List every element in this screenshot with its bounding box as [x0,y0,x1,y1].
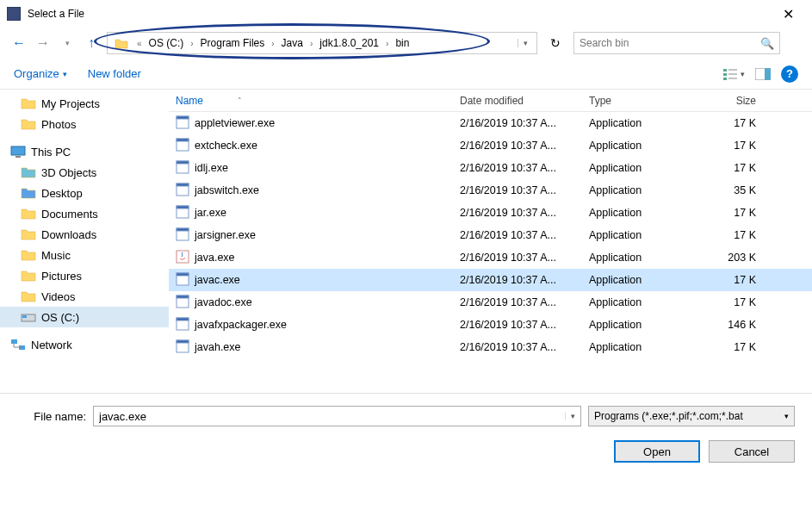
breadcrumb-item[interactable]: jdk1.8.0_201 [318,37,381,49]
up-button[interactable]: ↑ [83,34,100,52]
address-bar[interactable]: « OS (C:) › Program Files › Java › jdk1.… [107,32,537,54]
sidebar-this-pc[interactable]: This PC [0,141,169,162]
column-type[interactable]: Type [582,95,703,107]
search-icon: 🔍 [760,37,774,50]
file-row[interactable]: appletviewer.exe 2/16/2019 10:37 A... Ap… [169,112,812,134]
file-row[interactable]: extcheck.exe 2/16/2019 10:37 A... Applic… [169,134,812,157]
navbar: ← → ▾ ↑ « OS (C:) › Program Files › Java… [0,28,812,59]
search-box[interactable]: 🔍 [573,32,780,54]
file-row[interactable]: idlj.exe 2/16/2019 10:37 A... Applicatio… [169,157,812,179]
help-button[interactable]: ? [781,65,798,83]
sidebar-item-label: Pictures [41,270,82,283]
file-type: Application [582,140,703,152]
file-date: 2/16/2019 10:37 A... [453,184,582,196]
file-row[interactable]: javadoc.exe 2/16/2019 10:37 A... Applica… [169,291,812,314]
view-options-button[interactable]: ▾ [723,68,745,80]
breadcrumb-sep: « [132,39,147,48]
sidebar-item-label: Documents [41,208,98,221]
file-date: 2/16/2019 10:37 A... [453,252,582,264]
preview-pane-button[interactable] [755,68,771,80]
svg-rect-12 [11,339,17,344]
sidebar-item-label: Network [31,339,72,351]
search-input[interactable] [580,37,760,49]
breadcrumb-item[interactable]: bin [394,37,411,49]
filter-text: Programs (*.exe;*.pif;*.com;*.bat [594,410,743,422]
file-type: Application [582,274,703,286]
sidebar-item[interactable]: Downloads [0,224,169,245]
breadcrumb-item[interactable]: Program Files [199,37,267,49]
file-row[interactable]: jarsigner.exe 2/16/2019 10:37 A... Appli… [169,224,812,246]
file-size: 17 K [703,274,763,286]
file-size: 203 K [703,252,763,264]
sidebar-item[interactable]: Pictures [0,265,169,286]
chevron-right-icon: › [305,39,318,48]
file-date: 2/16/2019 10:37 A... [453,162,582,174]
file-type: Application [582,184,703,196]
sidebar-network[interactable]: Network [0,334,169,355]
cancel-button[interactable]: Cancel [709,440,795,463]
column-name[interactable]: Name˄ [169,95,453,107]
file-row[interactable]: javah.exe 2/16/2019 10:37 A... Applicati… [169,336,812,358]
svg-rect-2 [723,78,727,80]
sidebar-item[interactable]: Videos [0,286,169,307]
refresh-button[interactable]: ↻ [544,32,567,54]
file-row[interactable]: javac.exe 2/16/2019 10:37 A... Applicati… [169,269,812,291]
file-type: Application [582,341,703,353]
sidebar-item[interactable]: OS (C:) [0,307,169,327]
column-date[interactable]: Date modified [453,95,582,107]
back-button[interactable]: ← [10,34,28,52]
svg-rect-1 [723,73,727,76]
filename-combobox[interactable]: ▾ [93,406,581,426]
svg-rect-36 [177,340,189,343]
file-date: 2/16/2019 10:37 A... [453,319,582,331]
svg-rect-9 [15,156,21,158]
address-dropdown[interactable]: ▾ [518,39,533,47]
sidebar-item[interactable]: Documents [0,203,169,224]
file-date: 2/16/2019 10:37 A... [453,117,582,129]
sidebar-item-label: 3D Objects [41,166,96,179]
svg-rect-8 [11,146,25,155]
forward-button[interactable]: → [34,34,52,52]
sidebar-item[interactable]: My Projects [0,93,169,114]
file-date: 2/16/2019 10:37 A... [453,274,582,286]
sidebar-item[interactable]: Photos [0,114,169,134]
new-folder-button[interactable]: New folder [88,67,141,80]
footer: File name: ▾ Programs (*.exe;*.pif;*.com… [0,393,812,475]
file-row[interactable]: java.exe 2/16/2019 10:37 A... Applicatio… [169,246,812,269]
organize-button[interactable]: Organize ▾ [14,67,67,80]
sidebar-item-label: My Projects [41,97,100,110]
chevron-down-icon: ▾ [784,412,789,420]
open-button[interactable]: Open [614,440,700,463]
chevron-right-icon: › [266,39,279,48]
file-size: 17 K [703,140,763,152]
sidebar-item-label: Videos [41,290,76,303]
file-row[interactable]: javafxpackager.exe 2/16/2019 10:37 A... … [169,314,812,336]
svg-rect-19 [177,139,189,141]
close-button[interactable]: ✕ [771,6,805,22]
file-type: Application [582,319,703,331]
file-type-filter[interactable]: Programs (*.exe;*.pif;*.com;*.bat ▾ [588,406,795,426]
file-rows[interactable]: appletviewer.exe 2/16/2019 10:37 A... Ap… [169,112,812,393]
breadcrumb-item[interactable]: Java [280,37,305,49]
sidebar-item[interactable]: Desktop [0,183,169,203]
breadcrumb-item[interactable]: OS (C:) [147,37,186,49]
svg-rect-27 [177,228,189,231]
sidebar-item[interactable]: Music [0,245,169,265]
chevron-down-icon[interactable]: ▾ [565,412,575,420]
file-name: javah.exe [195,341,241,353]
svg-rect-30 [177,273,189,276]
sidebar[interactable]: My ProjectsPhotosThis PC3D ObjectsDeskto… [0,90,169,393]
file-type: Application [582,117,703,129]
file-name: javafxpackager.exe [195,319,287,331]
file-row[interactable]: jabswitch.exe 2/16/2019 10:37 A... Appli… [169,179,812,202]
filename-input[interactable] [99,410,565,423]
sidebar-item[interactable]: 3D Objects [0,162,169,183]
preview-icon [755,68,771,80]
file-size: 146 K [703,319,763,331]
column-headers: Name˄ Date modified Type Size [169,90,812,112]
file-row[interactable]: jar.exe 2/16/2019 10:37 A... Application… [169,202,812,224]
file-icon [176,250,189,266]
column-size[interactable]: Size [703,95,763,107]
file-size: 35 K [703,184,763,196]
history-dropdown[interactable]: ▾ [59,34,76,52]
